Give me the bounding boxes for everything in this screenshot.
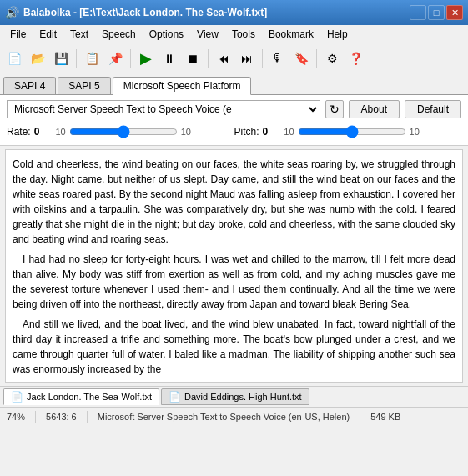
menu-tools[interactable]: Tools <box>225 27 262 42</box>
settings-button[interactable]: ⚙ <box>321 48 343 69</box>
title-bar-text: Balabolka - [E:\Text\Jack London. The Se… <box>23 7 410 18</box>
pitch-label: Pitch: <box>234 126 259 138</box>
menu-help[interactable]: Help <box>320 27 355 42</box>
refresh-button[interactable]: ↻ <box>325 100 344 118</box>
play-button[interactable]: ▶ <box>135 48 157 69</box>
doc-tab-1[interactable]: 📄David Eddings. High Hunt.txt <box>161 388 309 405</box>
toolbar-sep-3 <box>208 49 209 68</box>
menu-file[interactable]: File <box>3 27 33 42</box>
status-sep-1 <box>35 411 36 423</box>
toolbar-sep-2 <box>130 49 131 68</box>
tts-tabs: SAPI 4 SAPI 5 Microsoft Speech Platform <box>0 73 468 95</box>
status-bar: 74% 5643: 6 Microsoft Server Speech Text… <box>0 407 468 425</box>
text-paragraph: And still we lived, and the boat lived, … <box>13 317 455 377</box>
doc-tab-0[interactable]: 📄Jack London. The Sea-Wolf.txt <box>3 388 159 405</box>
pitch-max: 10 <box>410 127 426 137</box>
toolbar-sep-4 <box>262 49 263 68</box>
rate-slider[interactable] <box>69 125 178 138</box>
app-icon: 🔊 <box>5 6 18 19</box>
menu-text[interactable]: Text <box>63 27 95 42</box>
status-voice: Microsoft Server Speech Text to Speech V… <box>98 412 350 422</box>
paste-button[interactable]: 📌 <box>104 48 126 69</box>
status-filesize: 549 KB <box>370 412 400 422</box>
tab-msp[interactable]: Microsoft Speech Platform <box>113 77 252 95</box>
doc-tab-label-1: David Eddings. High Hunt.txt <box>184 392 302 402</box>
text-paragraph: Cold and cheerless, the wind beating on … <box>13 157 455 247</box>
forward-button[interactable]: ⏭ <box>236 48 258 69</box>
copy-button[interactable]: 📋 <box>81 48 103 69</box>
about-button[interactable]: About <box>349 100 400 118</box>
pause-button[interactable]: ⏸ <box>159 48 180 69</box>
save-button[interactable]: 💾 <box>50 48 72 69</box>
pitch-min: -10 <box>278 127 294 137</box>
help-toolbar-button[interactable]: ❓ <box>345 48 366 69</box>
pitch-value: 0 <box>263 126 274 138</box>
default-button[interactable]: Default <box>405 100 461 118</box>
toolbar: 📄 📂 💾 📋 📌 ▶ ⏸ ⏹ ⏮ ⏭ 🎙 🔖 ⚙ ❓ <box>0 43 468 73</box>
toolbar-sep-5 <box>316 49 317 68</box>
main-text-area[interactable]: Cold and cheerless, the wind beating on … <box>5 149 463 383</box>
rewind-button[interactable]: ⏮ <box>213 48 234 69</box>
toolbar-sep-1 <box>76 49 77 68</box>
open-button[interactable]: 📂 <box>27 48 48 69</box>
menu-bar: File Edit Text Speech Options View Tools… <box>0 25 468 43</box>
menu-view[interactable]: View <box>190 27 225 42</box>
status-sep-2 <box>87 411 88 423</box>
voice-row: Microsoft Server Speech Text to Speech V… <box>7 100 461 118</box>
pitch-group: Pitch: 0 -10 10 <box>234 125 462 138</box>
rate-max: 10 <box>181 127 198 137</box>
record-button[interactable]: 🎙 <box>267 48 289 69</box>
minimize-button[interactable]: ─ <box>410 5 426 20</box>
rate-value: 0 <box>34 126 46 138</box>
doc-tab-label-0: Jack London. The Sea-Wolf.txt <box>27 392 152 402</box>
title-bar: 🔊 Balabolka - [E:\Text\Jack London. The … <box>0 0 468 25</box>
tab-sapi5[interactable]: SAPI 5 <box>58 77 110 94</box>
status-position: 5643: 6 <box>46 412 77 422</box>
bookmark-button[interactable]: 🔖 <box>290 48 312 69</box>
sliders-row: Rate: 0 -10 10 Pitch: 0 -10 10 <box>7 123 461 140</box>
stop-button[interactable]: ⏹ <box>182 48 204 69</box>
doc-tab-icon-0: 📄 <box>11 391 23 403</box>
title-bar-buttons: ─ □ ✕ <box>410 5 463 20</box>
rate-label: Rate: <box>7 126 31 138</box>
doc-tabs: 📄Jack London. The Sea-Wolf.txt📄David Edd… <box>0 386 468 407</box>
text-paragraph: I had had no sleep for forty-eight hours… <box>13 252 455 312</box>
status-sep-3 <box>360 411 360 423</box>
tab-sapi4[interactable]: SAPI 4 <box>3 77 56 94</box>
close-button[interactable]: ✕ <box>446 5 463 20</box>
status-zoom: 74% <box>7 412 25 422</box>
voice-panel: Microsoft Server Speech Text to Speech V… <box>0 95 468 146</box>
menu-bookmark[interactable]: Bookmark <box>262 27 320 42</box>
menu-options[interactable]: Options <box>143 27 190 42</box>
pitch-slider[interactable] <box>298 125 406 138</box>
new-button[interactable]: 📄 <box>3 48 25 69</box>
menu-edit[interactable]: Edit <box>33 27 63 42</box>
doc-tab-icon-1: 📄 <box>169 391 181 403</box>
rate-group: Rate: 0 -10 10 <box>7 125 234 138</box>
voice-select[interactable]: Microsoft Server Speech Text to Speech V… <box>7 100 320 118</box>
maximize-button[interactable]: □ <box>428 5 445 20</box>
rate-min: -10 <box>49 127 66 137</box>
menu-speech[interactable]: Speech <box>95 27 143 42</box>
